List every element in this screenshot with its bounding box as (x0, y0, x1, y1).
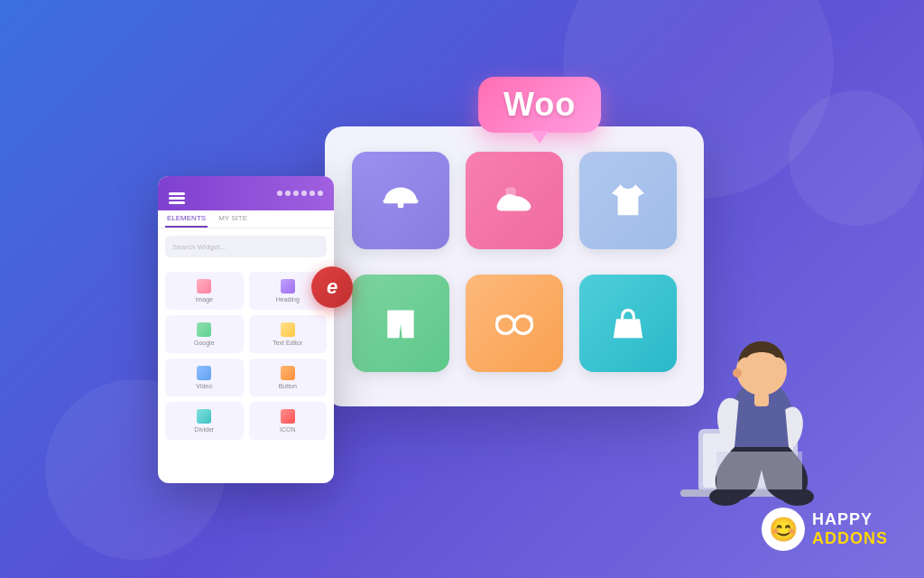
product-icon-cap[interactable] (352, 152, 449, 249)
search-placeholder: Search Widget... (172, 243, 226, 251)
bg-decoration-3 (789, 90, 924, 226)
happy-line2: ADDONS (812, 529, 888, 548)
happy-addons-logo: 😊 HAPPY ADDONS (762, 508, 888, 551)
happy-addons-text: HAPPY ADDONS (812, 510, 888, 548)
svg-point-14 (733, 368, 742, 378)
widget-icon[interactable]: ICON (249, 402, 328, 440)
tab-elements[interactable]: ELEMENTS (165, 210, 208, 228)
elementor-e-letter: e (327, 275, 337, 299)
widget-heading-icon (281, 279, 295, 294)
widget-button[interactable]: Button (249, 359, 328, 396)
happy-line1: HAPPY (812, 510, 888, 529)
product-icon-glasses[interactable] (466, 275, 563, 372)
svg-point-16 (709, 488, 742, 506)
widget-text-editor-label: Text Editor (273, 340, 302, 346)
widget-divider-label: Divider (194, 426, 214, 433)
widget-divider[interactable]: Divider (165, 402, 244, 440)
svg-point-17 (781, 488, 814, 506)
widget-google-icon (197, 322, 211, 337)
happy-emoji: 😊 (769, 516, 798, 544)
product-icon-shirt[interactable] (579, 152, 677, 249)
sidebar-tabs: ELEMENTS MY SITE (158, 210, 334, 228)
svg-rect-15 (754, 393, 769, 406)
svg-point-3 (497, 316, 515, 334)
dots-icon (277, 191, 323, 196)
sidebar-header (158, 176, 334, 210)
product-icon-pants[interactable] (352, 275, 449, 372)
happy-face-icon: 😊 (762, 508, 805, 551)
widget-icon-label: ICON (280, 426, 296, 433)
widget-divider-icon (197, 409, 211, 424)
elementor-sidebar: ELEMENTS MY SITE Search Widget... Image … (158, 176, 334, 483)
tab-my-site[interactable]: MY SITE (217, 210, 249, 228)
widget-icon-icon (281, 409, 295, 424)
woo-text: Woo (504, 86, 576, 123)
product-icon-shoe[interactable] (466, 152, 563, 249)
elementor-logo: e (311, 266, 353, 308)
svg-point-4 (514, 316, 532, 334)
widget-text-editor-icon (281, 322, 295, 337)
widget-button-icon (281, 366, 295, 380)
hamburger-icon (169, 192, 185, 195)
widget-video-label: Video (196, 383, 212, 389)
svg-rect-1 (398, 199, 404, 208)
widget-grid: Image Heading Google Text Editor Video B… (158, 265, 334, 447)
person-illustration (644, 253, 843, 524)
widget-google-label: Google (194, 340, 215, 346)
widget-google[interactable]: Google (165, 315, 244, 353)
widget-heading-label: Heading (276, 296, 300, 303)
widget-video[interactable]: Video (165, 359, 244, 396)
woo-badge: Woo (478, 77, 601, 133)
widget-image-label: Image (196, 296, 213, 303)
widget-image-icon (197, 279, 211, 294)
widget-video-icon (197, 366, 211, 380)
widget-search[interactable]: Search Widget... (165, 236, 327, 257)
widget-image[interactable]: Image (165, 272, 244, 310)
widget-text-editor[interactable]: Text Editor (249, 315, 328, 353)
widget-button-label: Button (279, 383, 297, 389)
